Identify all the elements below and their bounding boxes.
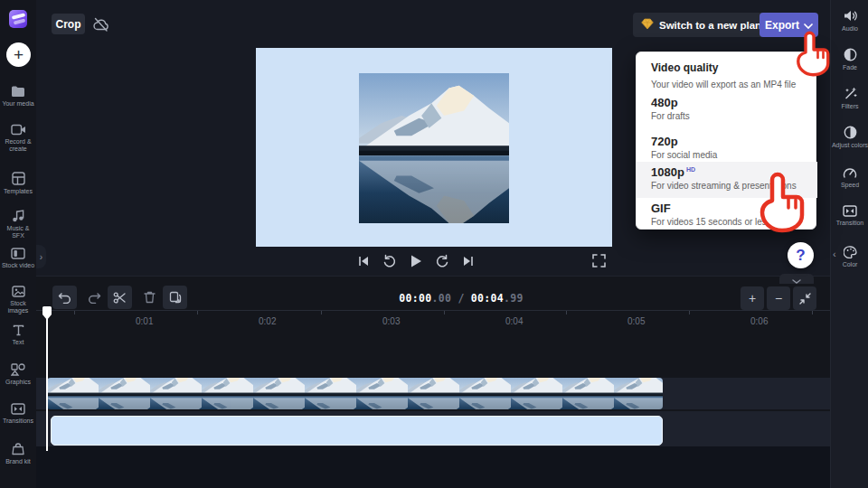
sidebar-item-graphics[interactable]: Graphics: [0, 363, 36, 386]
brand-kit-icon: [0, 443, 36, 455]
menu-title: Video quality: [651, 61, 718, 74]
play-button[interactable]: [407, 252, 425, 270]
stock-video-icon: [0, 248, 36, 259]
skip-end-button[interactable]: [459, 252, 477, 270]
audio-icon: [831, 9, 868, 23]
hd-badge: HD: [686, 166, 695, 173]
zoom-out-button[interactable]: −: [767, 286, 790, 310]
sidebar-item-brand-kit[interactable]: Brand kit: [0, 443, 36, 465]
playhead[interactable]: [46, 308, 48, 451]
music-note-icon: [0, 209, 36, 222]
sidebar-item-transitions[interactable]: Transitions: [0, 403, 36, 425]
folder-icon: [0, 85, 36, 98]
pointer-hand-cursor-1080p: [753, 172, 813, 240]
overlay-clip[interactable]: [51, 416, 663, 446]
sidebar-item-audio[interactable]: Audio: [831, 9, 868, 33]
left-sidebar: + Your media Record & create Templates M…: [0, 0, 36, 488]
fade-icon: [831, 48, 868, 61]
sidebar-item-stock-video[interactable]: Stock video: [0, 248, 36, 269]
stock-images-icon: [0, 286, 36, 297]
left-panel-expand-handle[interactable]: ›: [36, 245, 46, 268]
sidebar-item-speed[interactable]: Speed: [831, 166, 868, 189]
speed-icon: [831, 166, 868, 179]
menu-subtitle: Your video will export as an MP4 file: [651, 80, 796, 89]
video-clip[interactable]: [47, 378, 663, 409]
sidebar-item-music-sfx[interactable]: Music & SFX: [0, 209, 36, 239]
right-sidebar: Audio Fade Filters Adjust colors Speed T…: [830, 0, 868, 488]
sidebar-item-fade[interactable]: Fade: [831, 48, 868, 71]
cloud-offline-icon: [90, 14, 110, 34]
duplicate-button[interactable]: [163, 286, 187, 309]
transport-controls: [354, 252, 477, 270]
add-media-button[interactable]: +: [6, 42, 31, 67]
gem-icon: [641, 18, 654, 32]
timeline-panel: 00:00.00 / 00:04.99 + − 0:01 0:02 0:03 0…: [36, 276, 830, 488]
undo-button[interactable]: [52, 286, 77, 309]
delete-button[interactable]: [137, 286, 162, 309]
menu-item-480p[interactable]: 480p For drafts: [637, 92, 817, 128]
sidebar-item-stock-images[interactable]: Stock images: [0, 286, 36, 314]
record-camera-icon: [0, 124, 36, 136]
filters-icon: [831, 87, 868, 100]
crop-button[interactable]: Crop: [52, 14, 85, 34]
menu-item-720p[interactable]: 720p For social media: [637, 131, 817, 162]
templates-icon: [0, 172, 36, 185]
chevron-down-icon: [804, 19, 813, 32]
sidebar-item-filters[interactable]: Filters: [831, 87, 868, 110]
split-scissors-button[interactable]: [108, 286, 132, 309]
zoom-fit-button[interactable]: [793, 286, 816, 310]
clipchamp-logo-icon[interactable]: [9, 10, 27, 28]
sidebar-item-transition[interactable]: Transition: [831, 205, 868, 227]
redo-button[interactable]: [82, 286, 107, 309]
clipchamp-editor: + Your media Record & create Templates M…: [0, 0, 868, 488]
timecode-display: 00:00.00 / 00:04.99: [307, 292, 615, 305]
sidebar-item-text[interactable]: Text: [0, 324, 36, 346]
video-preview-canvas[interactable]: [256, 48, 612, 247]
chevron-down-icon: [792, 271, 801, 287]
rewind-button[interactable]: [381, 252, 399, 270]
forward-button[interactable]: [433, 252, 451, 270]
color-icon: [831, 246, 868, 258]
switch-plan-button[interactable]: Switch to a new plan: [633, 13, 769, 37]
transitions-icon: [0, 403, 36, 415]
pointer-hand-cursor-export: [792, 31, 835, 83]
zoom-in-button[interactable]: +: [741, 286, 764, 310]
sidebar-item-color[interactable]: Color: [831, 246, 868, 268]
transition-icon: [831, 205, 868, 217]
right-panel-collapse-handle[interactable]: ‹: [833, 249, 836, 259]
sidebar-item-templates[interactable]: Templates: [0, 172, 36, 195]
sidebar-item-record-create[interactable]: Record & create: [0, 124, 36, 153]
mountain-preview-image: [359, 73, 509, 223]
skip-start-button[interactable]: [354, 252, 373, 270]
sidebar-item-your-media[interactable]: Your media: [0, 85, 36, 108]
text-icon: [0, 324, 36, 336]
playhead-handle[interactable]: [42, 305, 52, 324]
timeline-empty-area: [36, 446, 830, 488]
timeline-collapse-tab[interactable]: [779, 274, 814, 284]
sidebar-item-adjust-colors[interactable]: Adjust colors: [831, 126, 868, 149]
graphics-icon: [0, 363, 36, 376]
help-button[interactable]: ?: [788, 242, 814, 268]
fullscreen-button[interactable]: [592, 254, 609, 270]
adjust-colors-icon: [831, 126, 868, 139]
timeline-ruler[interactable]: 0:01 0:02 0:03 0:04 0:05 0:06: [36, 310, 830, 334]
